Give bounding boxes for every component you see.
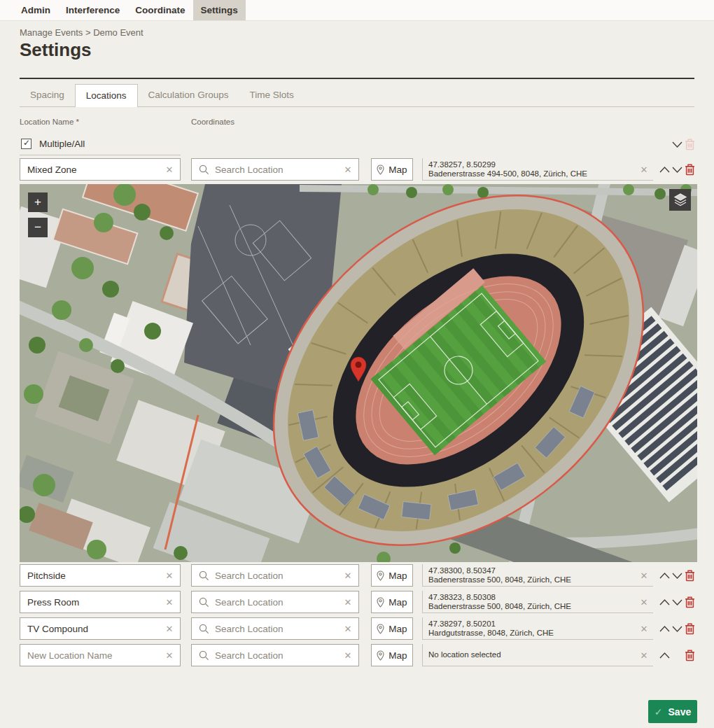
location-row: Map 47.38297, 8.50201 Hardgutstrasse, 80… xyxy=(20,617,696,640)
chevron-down-icon[interactable] xyxy=(671,158,683,181)
nav-interference[interactable]: Interference xyxy=(58,0,127,20)
save-button[interactable]: Save xyxy=(648,700,697,723)
map-button-label: Map xyxy=(388,597,407,608)
location-name-input[interactable] xyxy=(20,159,180,180)
map[interactable]: + − xyxy=(20,184,697,562)
chevron-up-icon[interactable] xyxy=(658,158,671,181)
search-location-input[interactable] xyxy=(192,592,358,612)
trash-icon xyxy=(683,133,696,155)
trash-icon[interactable] xyxy=(683,617,696,640)
location-name-input[interactable] xyxy=(20,565,180,586)
clear-name-icon[interactable] xyxy=(162,645,177,666)
chevron-down-icon[interactable] xyxy=(671,591,683,613)
trash-icon[interactable] xyxy=(683,644,696,666)
map-button[interactable]: Map xyxy=(371,564,413,587)
coordinates-latlon: 47.38297, 8.50201 xyxy=(428,620,635,629)
map-zoom-in-button[interactable]: + xyxy=(28,192,48,212)
map-button[interactable]: Map xyxy=(371,644,413,666)
clear-search-icon[interactable] xyxy=(340,592,356,612)
search-location-field[interactable] xyxy=(191,591,359,613)
save-button-label: Save xyxy=(668,706,692,718)
map-button-label: Map xyxy=(388,624,407,634)
map-aerial-image[interactable] xyxy=(20,184,697,562)
clear-search-icon[interactable] xyxy=(340,618,356,639)
trash-icon[interactable] xyxy=(683,591,696,613)
checkbox-checked-icon[interactable] xyxy=(21,139,31,149)
nav-coordinate[interactable]: Coordinate xyxy=(127,0,192,20)
map-button-label: Map xyxy=(388,650,407,661)
map-button-label: Map xyxy=(388,164,407,175)
search-location-input[interactable] xyxy=(192,159,358,180)
location-name-input[interactable] xyxy=(20,592,180,612)
map-zoom-out-button[interactable]: − xyxy=(28,218,48,237)
map-layers-button[interactable] xyxy=(669,189,691,211)
clear-name-icon[interactable] xyxy=(162,565,177,586)
search-location-field[interactable] xyxy=(191,564,359,587)
chevron-up-icon[interactable] xyxy=(658,564,671,587)
chevron-down-icon[interactable] xyxy=(671,133,683,155)
clear-coordinates-icon[interactable] xyxy=(636,618,652,639)
coordinates-latlon: 47.38300, 8.50347 xyxy=(428,566,635,575)
clear-coordinates-icon[interactable] xyxy=(636,592,652,612)
search-location-input[interactable] xyxy=(192,565,358,586)
search-location-field[interactable] xyxy=(191,617,359,640)
map-button[interactable]: Map xyxy=(371,591,413,613)
location-row: Map 47.38323, 8.50308 Badenerstrasse 500… xyxy=(20,591,696,613)
clear-coordinates-icon[interactable] xyxy=(636,565,652,586)
page-title: Settings xyxy=(20,39,92,61)
clear-search-icon[interactable] xyxy=(340,645,356,666)
tab-locations[interactable]: Locations xyxy=(75,84,138,107)
column-header-location-name: Location Name * xyxy=(20,118,79,126)
location-name-input[interactable] xyxy=(20,618,180,639)
nav-admin[interactable]: Admin xyxy=(13,0,58,20)
map-button[interactable]: Map xyxy=(371,158,413,181)
location-name-input[interactable] xyxy=(20,645,180,666)
search-icon xyxy=(199,624,209,637)
chevron-down-icon[interactable] xyxy=(671,564,683,587)
clear-name-icon[interactable] xyxy=(162,159,177,180)
coordinates-address: Badenerstrasse 494-500, 8048, Zürich, CH… xyxy=(428,169,635,178)
trash-icon[interactable] xyxy=(683,158,696,181)
coordinates-address: Hardgutstrasse, 8048, Zürich, CHE xyxy=(428,629,635,638)
chevron-up-icon[interactable] xyxy=(658,644,671,666)
coordinates-display: No location selected xyxy=(422,644,653,666)
search-location-field[interactable] xyxy=(191,644,359,666)
location-name-field[interactable] xyxy=(20,644,181,666)
top-nav: Admin Interference Coordinate Settings xyxy=(0,0,714,21)
location-name-field[interactable] xyxy=(20,617,181,640)
settings-page: Admin Interference Coordinate Settings M… xyxy=(0,0,714,728)
trash-icon[interactable] xyxy=(683,564,696,587)
search-location-input[interactable] xyxy=(192,618,358,639)
check-icon xyxy=(654,706,663,718)
search-location-field[interactable] xyxy=(191,158,359,181)
coordinates-latlon: 47.38323, 8.50308 xyxy=(428,593,635,602)
location-name-field[interactable] xyxy=(20,564,181,587)
location-name-field[interactable] xyxy=(20,158,181,181)
tab-calculation-groups[interactable]: Calculation Groups xyxy=(138,84,239,107)
map-pin-icon xyxy=(377,624,384,634)
search-location-input[interactable] xyxy=(192,645,358,666)
clear-search-icon[interactable] xyxy=(340,159,356,180)
chevron-up-icon[interactable] xyxy=(658,591,671,613)
clear-name-icon[interactable] xyxy=(162,618,177,639)
location-name-field[interactable] xyxy=(20,591,181,613)
coordinates-address: Badenerstrasse 500, 8048, Zürich, CHE xyxy=(428,575,635,584)
search-icon xyxy=(199,650,209,664)
multiple-all-option[interactable]: Multiple/All xyxy=(20,133,181,155)
map-button[interactable]: Map xyxy=(371,617,413,640)
nav-settings[interactable]: Settings xyxy=(193,0,246,20)
clear-search-icon[interactable] xyxy=(340,565,356,586)
clear-coordinates-icon[interactable] xyxy=(636,645,652,666)
tab-time-slots[interactable]: Time Slots xyxy=(239,84,304,107)
coordinates-display: 47.38300, 8.50347 Badenerstrasse 500, 80… xyxy=(422,564,653,587)
chevron-down-icon[interactable] xyxy=(671,617,683,640)
coordinates-latlon: 47.38257, 8.50299 xyxy=(428,160,635,169)
clear-coordinates-icon[interactable] xyxy=(636,159,652,180)
search-icon xyxy=(199,570,209,584)
chevron-up-icon[interactable] xyxy=(658,617,671,640)
tab-spacing[interactable]: Spacing xyxy=(20,84,75,107)
clear-name-icon[interactable] xyxy=(162,592,177,612)
breadcrumb[interactable]: Manage Events > Demo Event xyxy=(20,27,144,38)
map-button-label: Map xyxy=(388,570,407,581)
layers-icon xyxy=(673,193,687,206)
